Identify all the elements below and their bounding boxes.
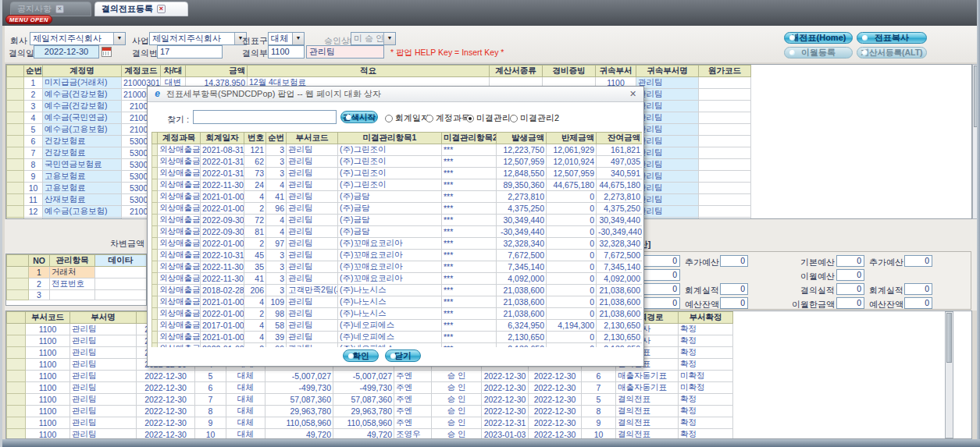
table-row[interactable]: 1거래처 (7, 267, 147, 278)
cell[interactable]: 외상매출금 (158, 215, 201, 226)
cell[interactable] (7, 124, 24, 136)
cell[interactable]: 0 (547, 343, 597, 348)
cell[interactable] (152, 238, 158, 250)
table-row[interactable]: 외상매출금2018-02-282063고객만족2팀(J2(주)나노시스***21… (152, 285, 643, 296)
cell[interactable]: 73 (244, 168, 266, 179)
cell[interactable]: 승 인 (432, 382, 482, 394)
cell[interactable]: *** (442, 238, 497, 250)
cell[interactable]: 2023-01-03 (482, 429, 529, 440)
cell[interactable]: (주)금담 (338, 226, 442, 238)
cell[interactable] (7, 359, 26, 371)
cell[interactable]: 4 (266, 226, 287, 238)
cell[interactable]: 41 (244, 273, 266, 285)
cell[interactable] (152, 156, 158, 168)
cell[interactable]: 4 (244, 296, 266, 308)
cell[interactable]: -499,730 (265, 382, 333, 394)
table-row[interactable]: 1100관리팀2022-12-309대체110,058,960110,058,9… (7, 417, 733, 429)
cell[interactable]: 2022-12-30 (529, 406, 582, 417)
cell[interactable]: 21,038,600 (497, 296, 547, 308)
cell[interactable]: (주)꼬매요코리아 (338, 250, 442, 261)
cell[interactable]: 관리팀 (636, 194, 699, 206)
cell[interactable] (699, 112, 751, 124)
cell[interactable]: *** (442, 285, 497, 296)
cell[interactable]: 2022-01-31 (201, 156, 244, 168)
table-row[interactable]: 1100관리팀2022-12-305대체-5,007,027-5,007,027… (7, 371, 733, 382)
close-button[interactable]: 닫기 (385, 349, 421, 362)
cell[interactable]: 관리팀 (287, 179, 338, 191)
cell[interactable]: 0 (547, 215, 597, 226)
cell[interactable]: 45 (244, 250, 266, 261)
cell[interactable]: 관리팀 (287, 191, 338, 203)
cell[interactable]: 2022-12-30 (137, 417, 195, 429)
cell[interactable]: 결의전표 (616, 429, 679, 440)
cell[interactable]: 2022-12-30 (529, 394, 582, 406)
cell[interactable]: 340,591 (597, 168, 643, 179)
cell[interactable] (699, 159, 751, 171)
cell[interactable]: 49,720 (333, 429, 394, 440)
cell[interactable]: 0 (547, 308, 597, 320)
cell[interactable]: 44,675,180 (547, 179, 597, 191)
cell[interactable] (152, 261, 158, 273)
cell[interactable]: 1100 (26, 359, 70, 371)
cell[interactable]: 30,349,440 (597, 215, 643, 226)
cell[interactable] (7, 136, 24, 147)
cell[interactable]: 12,848,550 (497, 168, 547, 179)
cell[interactable]: *** (442, 308, 497, 320)
tab-close-icon[interactable]: × (55, 5, 64, 13)
table-row[interactable]: 외상매출금2022-11-30353관리팀(주)꼬매요코리아***7,345,1… (152, 261, 643, 273)
cell[interactable]: 2022-01-31 (201, 168, 244, 179)
cell[interactable]: 2021-01-00 (201, 191, 244, 203)
cell[interactable]: 1 (29, 267, 50, 278)
cell[interactable]: 예수금(건강보험) (43, 89, 122, 101)
cell[interactable]: 관리팀 (636, 77, 699, 89)
cell[interactable]: (주)꼬매요코리아 (338, 273, 442, 285)
cell[interactable] (152, 226, 158, 238)
cell[interactable] (152, 273, 158, 285)
cell[interactable]: 1100 (26, 347, 70, 359)
cell[interactable]: 3 (266, 273, 287, 285)
cell[interactable]: 2018-02-28 (201, 285, 244, 296)
cell[interactable]: 예수금(고용보험) (43, 206, 122, 218)
radio-open-mgmt2[interactable]: 미결관리2 (510, 112, 559, 124)
cell[interactable]: 외상매출금 (158, 273, 201, 285)
cell[interactable] (7, 335, 26, 347)
cell[interactable] (7, 267, 29, 278)
cell[interactable]: 7,345,140 (597, 261, 643, 273)
cell[interactable] (50, 290, 95, 300)
cell[interactable] (7, 171, 24, 183)
cell[interactable]: 0 (547, 285, 597, 296)
radio-open-mgmt1[interactable]: 미결관리1 (466, 112, 515, 124)
cell[interactable]: *** (442, 261, 497, 273)
cell[interactable]: 외상매출금 (158, 250, 201, 261)
cell[interactable]: 관리팀 (287, 261, 338, 273)
cell[interactable]: 외상매출금 (158, 320, 201, 332)
cell[interactable]: 57,087,360 (333, 394, 394, 406)
cell[interactable]: 12,507,959 (497, 156, 547, 168)
cell[interactable]: 승 인 (432, 429, 482, 440)
cell[interactable]: 관리팀 (70, 324, 137, 335)
cell[interactable]: (주)네오피에스 (338, 332, 442, 343)
cell[interactable]: 대체 (226, 429, 265, 440)
budget-value[interactable]: 0 (836, 283, 864, 295)
cell[interactable]: 확정 (679, 429, 733, 440)
cell[interactable]: 2,130,650 (497, 332, 547, 343)
table-row[interactable]: 외상매출금2017-01-00458관리팀(주)네오피에스***6,324,95… (152, 320, 643, 332)
cell[interactable]: 4,092,000 (597, 273, 643, 285)
table-row[interactable]: 외상매출금2021-01-004109관리팀(주)나노시스***21,038,6… (152, 296, 643, 308)
cell[interactable]: 497,035 (597, 156, 643, 168)
cell[interactable]: 2 (244, 238, 266, 250)
cell[interactable]: (주)꼬매요코리아 (338, 238, 442, 250)
cell[interactable]: *** (442, 273, 497, 285)
cell[interactable]: 7 (24, 147, 43, 159)
cell[interactable]: 2022-12-30 (137, 394, 195, 406)
cell[interactable]: 4,375,250 (497, 203, 547, 215)
cell[interactable]: 2022-10-31 (201, 250, 244, 261)
cell[interactable]: (주)금담 (338, 203, 442, 215)
date-field[interactable]: 2022-12-30 (34, 45, 99, 59)
table-row[interactable]: 1100관리팀2022-12-307대체57,087,36057,087,360… (7, 394, 733, 406)
cell[interactable]: 0 (547, 191, 597, 203)
cell[interactable]: 관리팀 (70, 394, 137, 406)
cell[interactable]: 확정 (679, 335, 733, 347)
cell[interactable]: 관리팀 (287, 343, 338, 348)
cell[interactable]: 8 (195, 406, 226, 417)
